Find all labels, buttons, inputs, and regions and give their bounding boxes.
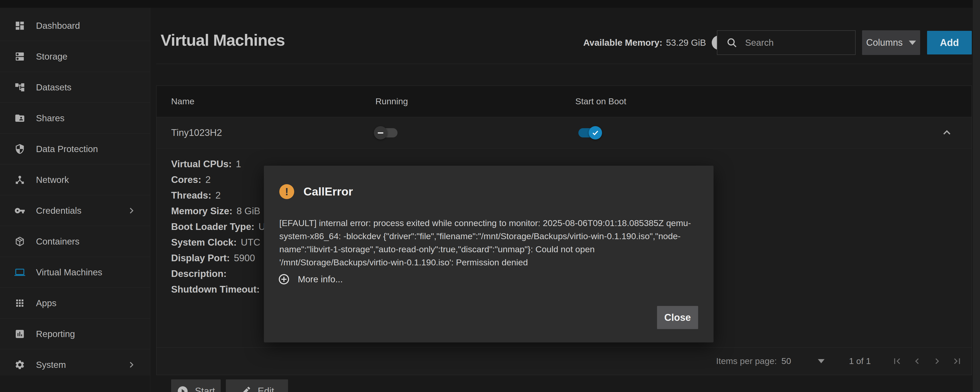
more-info-toggle[interactable]: More info... [278,273,343,286]
credentials-icon [14,205,25,216]
sidebar-item-reporting[interactable]: Reporting [0,319,150,349]
sidebar-item-storage[interactable]: Storage [0,41,150,72]
available-memory-value: 53.29 GiB [666,38,706,48]
next-page-icon[interactable] [931,355,943,367]
top-strip [0,0,980,8]
network-icon [14,175,25,185]
start-on-boot-toggle[interactable] [578,128,600,137]
items-per-page-value[interactable]: 50 [781,347,791,375]
sidebar-item-virtual-machines[interactable]: Virtual Machines [0,257,150,288]
column-header-start-on-boot[interactable]: Start on Boot [575,86,626,117]
system-gear-icon [14,359,25,370]
sidebar-footer-area [0,376,150,392]
column-header-running[interactable]: Running [375,86,408,117]
column-header-name[interactable]: Name [171,86,194,117]
data-protection-icon [14,144,25,154]
truenas-app: Dashboard Storage Datasets Shares Data P… [0,0,980,392]
pager [891,347,963,375]
page-range-label: 1 of 1 [849,347,871,375]
sidebar-item-network[interactable]: Network [0,164,150,195]
running-toggle[interactable] [375,128,398,137]
first-page-icon[interactable] [891,355,903,367]
columns-button-label: Columns [866,37,903,48]
sidebar-item-label: Containers [36,236,80,247]
running-toggle-thumb [374,126,387,140]
dialog-header: ! CallError [279,184,353,199]
chevron-right-icon [127,360,136,369]
dialog-error-message: [EFAULT] internal error: process exited … [279,217,700,269]
columns-button[interactable]: Columns [862,30,920,55]
start-button[interactable]: Start [171,379,221,392]
sidebar-item-data-protection[interactable]: Data Protection [0,133,150,164]
more-info-label: More info... [298,274,343,284]
sidebar-item-label: Storage [36,51,68,62]
add-button[interactable]: Add [927,31,972,54]
available-memory-label: Available Memory: [583,38,662,48]
last-page-icon[interactable] [951,355,963,367]
edit-button[interactable]: Edit [226,379,288,392]
pagination-footer: Items per page: 50 1 of 1 [156,347,972,375]
sidebar-item-credentials[interactable]: Credentials [0,195,150,226]
dashboard-icon [14,20,25,31]
edit-button-label: Edit [258,386,274,392]
start-on-boot-toggle-thumb [589,126,602,140]
virtual-machines-icon [14,267,25,278]
vm-name: Tiny1023H2 [171,117,222,148]
search-box [717,30,856,55]
reporting-icon [14,329,25,339]
dialog-title: CallError [304,185,353,198]
page-title: Virtual Machines [161,31,285,49]
table-row[interactable]: Tiny1023H2 [156,117,972,149]
search-input[interactable] [745,38,848,48]
sidebar-item-label: Data Protection [36,144,98,154]
shares-icon [14,113,25,124]
sidebar-item-label: Dashboard [36,21,80,31]
containers-icon [14,236,25,247]
vm-action-buttons: Start Edit [171,379,288,392]
items-per-page-label: Items per page: [716,347,777,375]
sidebar-item-label: Datasets [36,82,72,92]
datasets-icon [14,82,25,93]
warning-icon: ! [279,184,294,199]
sidebar-item-datasets[interactable]: Datasets [0,72,150,103]
items-per-page-caret-icon[interactable] [818,347,824,375]
sidebar-item-label: Network [36,175,69,185]
start-button-label: Start [195,386,215,392]
sidebar-item-label: Apps [36,298,57,308]
plus-circle-icon [278,273,290,286]
sidebar-item-label: Virtual Machines [36,267,102,278]
sidebar-item-containers[interactable]: Containers [0,226,150,257]
sidebar-item-shares[interactable]: Shares [0,103,150,133]
sidebar-item-apps[interactable]: Apps [0,288,150,319]
apps-icon [14,298,25,308]
sidebar-nav: Dashboard Storage Datasets Shares Data P… [0,8,150,392]
play-circle-icon [177,385,189,392]
search-icon [726,37,737,48]
sidebar-item-label: Reporting [36,329,75,339]
scrollbar-track[interactable] [973,0,980,392]
sidebar-item-dashboard[interactable]: Dashboard [0,10,150,41]
chevron-up-icon[interactable] [941,126,953,139]
previous-page-icon[interactable] [912,355,923,367]
storage-icon [14,51,25,62]
close-button[interactable]: Close [657,306,698,329]
call-error-dialog: ! CallError [EFAULT] internal error: pro… [264,166,714,343]
sidebar-item-label: Credentials [36,205,81,216]
chevron-right-icon [127,206,136,215]
sidebar-item-label: Shares [36,113,65,123]
pencil-icon [240,385,251,392]
table-header-row: Name Running Start on Boot [156,86,972,117]
available-memory: Available Memory: 53.29 GiB i [583,30,726,55]
sidebar-item-label: System [36,360,66,370]
caret-down-icon [909,41,916,45]
